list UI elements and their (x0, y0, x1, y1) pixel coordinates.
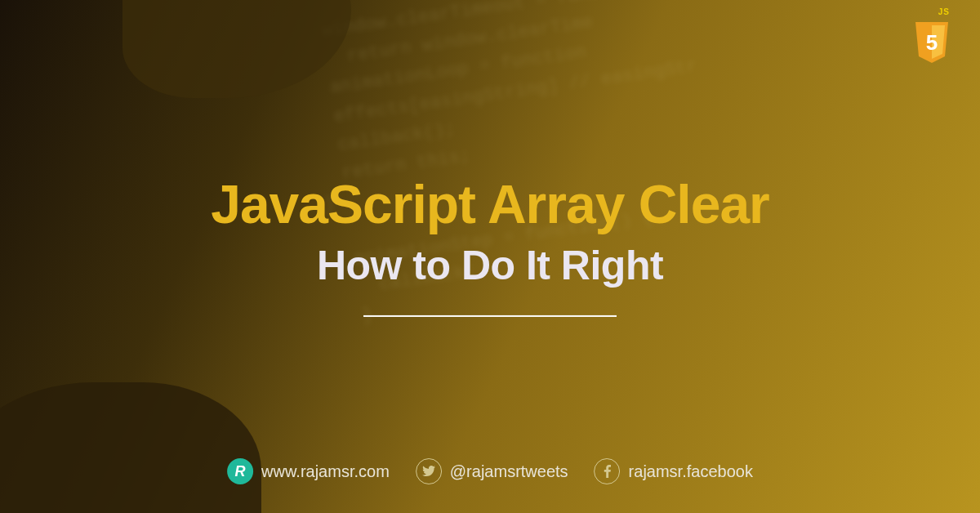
page-title: JavaScript Array Clear (0, 173, 980, 235)
page-subtitle: How to Do It Right (0, 242, 980, 289)
facebook-link: rajamsr.facebook (595, 458, 753, 484)
brand-logo-icon: R (227, 458, 253, 484)
decorative-blob-top (122, 0, 351, 98)
hero-content: JavaScript Array Clear How to Do It Righ… (0, 173, 980, 317)
social-footer: R www.rajamsr.com @rajamsrtweets rajamsr… (227, 458, 753, 484)
website-text: www.rajamsr.com (261, 462, 390, 481)
js-label: JS (938, 7, 950, 16)
decorative-blob-bottom (0, 382, 261, 513)
twitter-link: @rajamsrtweets (416, 458, 568, 484)
twitter-handle: @rajamsrtweets (450, 462, 568, 481)
svg-text:5: 5 (926, 30, 938, 55)
facebook-icon (595, 458, 621, 484)
facebook-handle: rajamsr.facebook (629, 462, 753, 481)
website-link: R www.rajamsr.com (227, 458, 390, 484)
twitter-icon (416, 458, 442, 484)
shield-icon: 5 (912, 20, 951, 65)
title-underline (363, 315, 617, 317)
javascript-badge: JS 5 (912, 20, 951, 65)
